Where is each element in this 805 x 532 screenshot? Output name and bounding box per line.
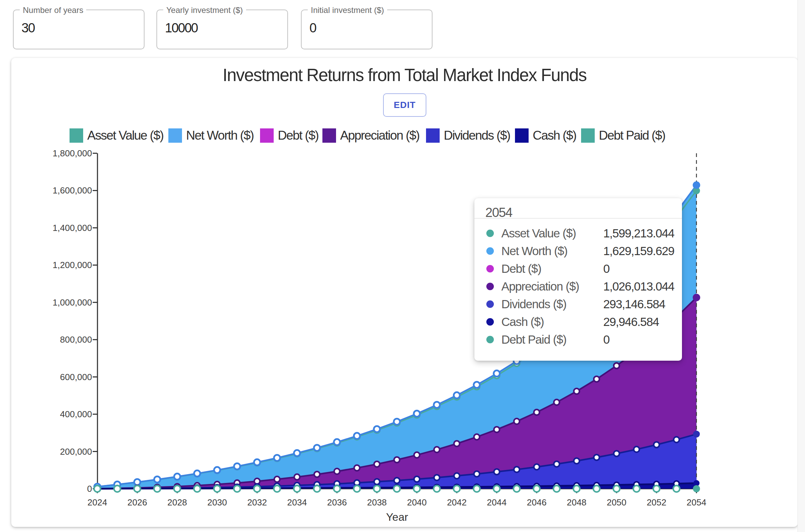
svg-text:200,000: 200,000 bbox=[60, 447, 92, 457]
svg-text:2040: 2040 bbox=[407, 497, 427, 507]
svg-text:2026: 2026 bbox=[127, 497, 147, 507]
svg-text:1,800,000: 1,800,000 bbox=[52, 148, 92, 158]
svg-text:2028: 2028 bbox=[167, 497, 187, 507]
svg-text:600,000: 600,000 bbox=[60, 372, 92, 382]
svg-text:0: 0 bbox=[87, 484, 92, 494]
svg-text:2024: 2024 bbox=[88, 497, 107, 507]
svg-text:2042: 2042 bbox=[447, 497, 467, 507]
svg-text:2038: 2038 bbox=[367, 497, 387, 507]
svg-text:2048: 2048 bbox=[567, 497, 587, 507]
svg-text:1,400,000: 1,400,000 bbox=[52, 223, 92, 233]
svg-text:2054: 2054 bbox=[687, 497, 707, 507]
svg-text:1,000,000: 1,000,000 bbox=[52, 297, 92, 308]
svg-text:Year: Year bbox=[386, 511, 408, 523]
svg-text:2030: 2030 bbox=[207, 497, 227, 507]
svg-text:2036: 2036 bbox=[327, 497, 347, 507]
svg-text:1,600,000: 1,600,000 bbox=[52, 185, 92, 195]
svg-text:400,000: 400,000 bbox=[60, 409, 92, 419]
svg-text:1,200,000: 1,200,000 bbox=[52, 260, 92, 270]
svg-text:2046: 2046 bbox=[527, 497, 547, 507]
svg-text:2044: 2044 bbox=[487, 497, 507, 507]
svg-text:2052: 2052 bbox=[647, 497, 666, 507]
svg-text:2032: 2032 bbox=[247, 497, 267, 507]
svg-text:2050: 2050 bbox=[607, 497, 626, 507]
svg-text:800,000: 800,000 bbox=[60, 334, 92, 345]
svg-text:2034: 2034 bbox=[287, 497, 307, 507]
